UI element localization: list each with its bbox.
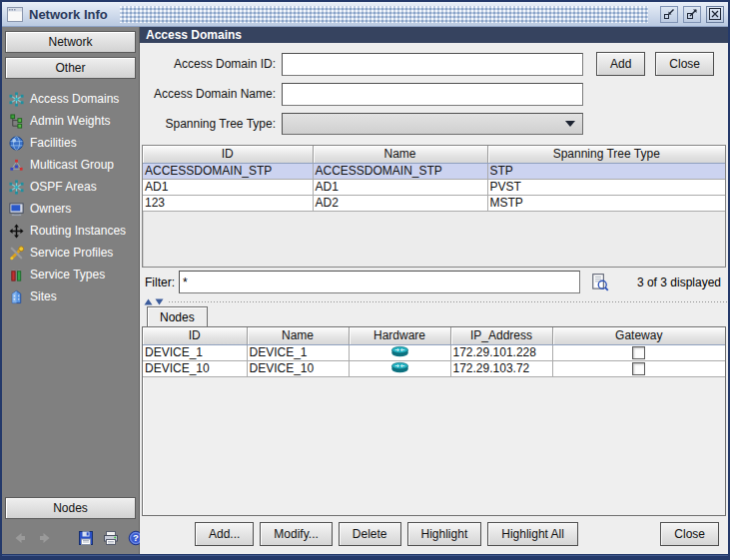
table-header-row: ID Name Hardware IP_Address Gateway [143,327,725,344]
window-controls [660,6,724,23]
titlebar[interactable]: Network Info [2,2,728,27]
cell-name: ACCESSDOMAIN_STP [313,163,487,179]
service-flasks-icon [8,267,24,282]
tab-nodes[interactable]: Nodes [147,306,208,326]
access-domain-name-input[interactable] [282,83,583,106]
svg-text:?: ? [133,532,139,543]
sidebar-item-access-domains[interactable]: Access Domains [8,91,139,107]
frame-body: Network Other [2,27,728,554]
cell-id: AD1 [143,179,313,195]
sidebar-nav-list: Access Domains Admin Weights [2,79,139,497]
splitter-up-icon[interactable] [144,298,153,305]
multicast-icon [8,157,24,173]
column-header-hardware[interactable]: Hardware [349,327,450,344]
filter-preview-button[interactable] [589,272,611,293]
nodes-tab-panel: ID Name Hardware IP_Address Gateway DEVI… [142,326,726,516]
column-header-gateway[interactable]: Gateway [552,327,725,344]
modify-button[interactable]: Modify... [260,522,332,546]
sidebar-item-sites[interactable]: Sites [8,288,139,304]
table-row[interactable]: DEVICE_1 DEVICE_1 [143,344,725,360]
split-pane-divider[interactable] [140,296,728,306]
table-row[interactable]: AD1 AD1 PVST [143,179,725,195]
section-header: Access Domains [140,27,728,43]
sidebar-item-ospf-areas[interactable]: OSPF Areas [8,179,139,195]
column-header-name[interactable]: Name [313,146,487,163]
tree-icon [8,113,24,129]
sidebar-item-admin-weights[interactable]: Admin Weights [8,113,139,129]
sidebar-item-service-types[interactable]: Service Types [8,267,139,282]
add-button[interactable]: Add [596,52,645,76]
add-node-button[interactable]: Add... [195,522,254,546]
cell-ip-address: 172.29.101.228 [450,344,552,360]
cell-name: AD2 [313,195,487,211]
tools-icon [8,245,24,261]
network-button[interactable]: Network [5,31,136,53]
gateway-checkbox[interactable] [632,346,645,359]
access-domain-id-input[interactable] [282,53,583,76]
cell-id: ACCESSDOMAIN_STP [143,163,313,179]
form-close-button[interactable]: Close [655,52,714,76]
table-row[interactable]: 123 AD2 MSTP [143,195,725,211]
close-button[interactable]: Close [660,522,719,546]
section-title: Access Domains [146,28,242,42]
filter-input[interactable] [179,271,580,293]
column-header-name[interactable]: Name [247,327,349,344]
spanning-tree-type-label: Spanning Tree Type: [140,117,282,131]
access-domain-id-label: Access Domain ID: [140,57,282,71]
cell-id: DEVICE_1 [143,344,247,360]
sidebar-item-facilities[interactable]: Facilities [8,135,139,151]
back-button[interactable] [12,529,28,547]
column-header-ip-address[interactable]: IP_Address [450,327,552,344]
cell-name: DEVICE_1 [247,344,349,360]
delete-button[interactable]: Delete [339,522,401,546]
spanning-tree-type-select[interactable] [282,113,583,135]
sidebar-item-label: Owners [30,202,71,216]
bottom-button-bar: Add... Modify... Delete Highlight Highli… [140,519,728,554]
nodes-button[interactable]: Nodes [5,497,136,519]
access-domain-form: Access Domain ID: Add Close Access Domai… [140,43,728,142]
save-icon [78,530,94,546]
access-domains-table: ID Name Spanning Tree Type ACCESSDOMAIN_… [143,146,725,212]
table-row[interactable]: ACCESSDOMAIN_STP ACCESSDOMAIN_STP STP [143,163,725,179]
save-button[interactable] [78,529,94,547]
access-domain-name-label: Access Domain Name: [140,87,282,101]
main-panel: Access Domains Access Domain ID: Add Clo… [140,27,728,554]
sidebar-item-owners[interactable]: Owners [8,201,139,217]
sidebar-item-label: Multicast Group [30,158,114,172]
network-info-window: Network Info [0,0,730,560]
forward-button[interactable] [37,529,53,547]
sidebar-item-service-profiles[interactable]: Service Profiles [8,245,139,261]
maximize-icon [686,8,698,20]
print-button[interactable] [103,529,119,547]
close-icon [709,8,721,20]
network-star-icon [8,179,24,195]
highlight-all-button[interactable]: Highlight All [487,522,578,546]
building-icon [8,288,24,304]
table-header-row: ID Name Spanning Tree Type [143,146,725,163]
filter-bar: Filter: 3 of 3 displayed [140,268,728,296]
other-button[interactable]: Other [5,57,136,79]
gateway-checkbox[interactable] [632,362,645,375]
iconify-button[interactable] [660,6,678,23]
network-star-icon [8,91,24,107]
column-header-id[interactable]: ID [143,327,247,344]
sidebar-item-label: Admin Weights [30,114,110,128]
back-arrow-icon [12,530,28,546]
cell-ip-address: 172.29.103.72 [450,360,552,376]
cell-id: 123 [143,195,313,211]
form-row-spanning-tree: Spanning Tree Type: [140,109,728,139]
column-header-id[interactable]: ID [143,146,313,163]
table-row[interactable]: DEVICE_10 DEVICE_10 [143,360,725,376]
maximize-button[interactable] [683,6,701,23]
highlight-button[interactable]: Highlight [407,522,482,546]
sidebar-top-buttons: Network Other [2,27,139,79]
close-window-button[interactable] [706,6,724,23]
splitter-down-icon[interactable] [155,298,164,305]
cell-stp-type: PVST [487,179,725,195]
sidebar-item-multicast-group[interactable]: Multicast Group [8,157,139,173]
monitor-icon [8,201,24,217]
print-icon [103,530,119,546]
sidebar-item-routing-instances[interactable]: Routing Instances [8,223,139,239]
router-icon [390,345,409,357]
column-header-spanning-tree-type[interactable]: Spanning Tree Type [487,146,725,163]
